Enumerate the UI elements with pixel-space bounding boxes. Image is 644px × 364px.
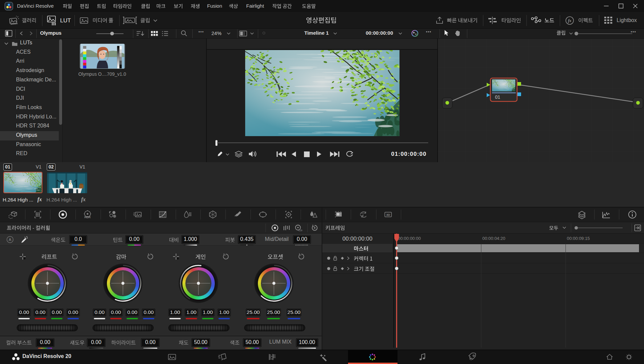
svg-text:fx: fx	[568, 18, 572, 23]
svg-text:HDR: HDR	[85, 216, 91, 219]
svg-text:LOG: LOG	[299, 229, 302, 232]
svg-text:3D: 3D	[386, 213, 390, 217]
svg-text:01: 01	[495, 94, 500, 100]
svg-text:A: A	[9, 238, 11, 242]
